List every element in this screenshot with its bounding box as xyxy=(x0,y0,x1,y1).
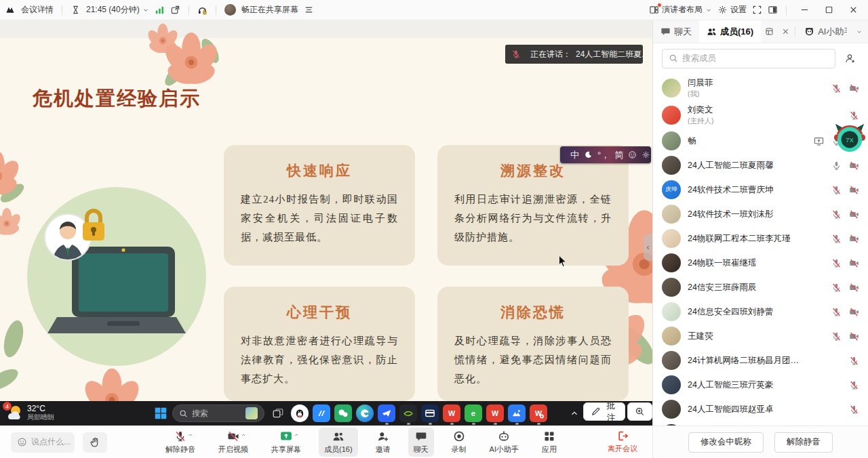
running-indicator xyxy=(385,423,389,425)
ime-mode[interactable]: 中 xyxy=(570,149,579,161)
hourglass-icon xyxy=(71,5,81,15)
cam-off-icon xyxy=(849,83,859,93)
taskbar-app-thunder-mountain[interactable] xyxy=(508,404,526,422)
member-status-icons xyxy=(831,283,859,293)
member-name-group: 24物联一班崔继瑶 xyxy=(688,257,756,269)
control-robot-button[interactable]: AI小助手 xyxy=(484,428,524,457)
popout-panel-button[interactable] xyxy=(761,24,777,40)
taskbar-app-wps[interactable]: W xyxy=(486,404,504,422)
chat-icon xyxy=(415,430,427,442)
member-row[interactable]: 24物联一班崔继瑶 xyxy=(653,251,868,275)
annotate-button[interactable]: 批注 xyxy=(583,402,625,421)
member-status-icons xyxy=(831,307,859,317)
member-row[interactable]: 王建荧 xyxy=(653,324,868,348)
control-people-button[interactable]: 成员(16) xyxy=(319,428,358,457)
member-avatar xyxy=(662,156,681,175)
moon-icon[interactable] xyxy=(584,150,593,159)
close-button[interactable] xyxy=(844,1,863,20)
taskbar-app-task-view[interactable] xyxy=(269,404,287,422)
tray-chevron-up-icon[interactable] xyxy=(570,409,579,418)
taskbar-app-bank-card[interactable] xyxy=(421,404,439,422)
side-panel-toggle-icon[interactable] xyxy=(768,5,778,15)
zoom-in-button[interactable] xyxy=(627,402,652,421)
leave-meeting-button[interactable]: 离开会议 xyxy=(608,430,637,454)
member-row[interactable]: 24信安三班薛雨辰 xyxy=(653,275,868,299)
chevron-up-icon[interactable] xyxy=(294,432,299,438)
member-search-row xyxy=(653,43,868,73)
add-member-button[interactable] xyxy=(842,49,859,67)
unmute-footer-button[interactable]: 解除静音 xyxy=(774,432,833,453)
control-cam-off-button[interactable]: 开启视频 xyxy=(213,428,254,457)
quick-chat-placeholder: 说点什么... xyxy=(31,436,71,448)
member-row[interactable]: 24人工智能四班赵亚卓 xyxy=(653,397,868,421)
ime-punctuation[interactable]: °， xyxy=(597,149,610,161)
member-search-input[interactable] xyxy=(682,54,829,63)
windows-start-button[interactable] xyxy=(153,406,168,421)
chevron-up-icon[interactable] xyxy=(188,432,193,438)
member-name-group: 刘奕文(主持人) xyxy=(688,104,714,126)
meeting-details-button[interactable]: 会议详情 xyxy=(21,4,54,16)
member-name: 24物联一班崔继瑶 xyxy=(688,257,756,269)
tab-chat[interactable]: 聊天 xyxy=(653,20,699,43)
ime-toolbar[interactable]: 中 °， 简 xyxy=(560,146,651,163)
member-row[interactable]: 24计算机网络二班杨昌月团支书 xyxy=(653,348,868,373)
member-row[interactable]: 24人工智能二班夏雨馨 xyxy=(653,153,868,178)
member-row[interactable] xyxy=(653,421,868,425)
raise-hand-button[interactable] xyxy=(83,432,107,453)
control-mic-off-button[interactable]: 解除静音 xyxy=(160,428,201,457)
maximize-button[interactable] xyxy=(819,1,838,20)
layout-switcher-button[interactable]: 演讲者布局 xyxy=(649,4,712,16)
taskbar-app-browser-e[interactable]: e xyxy=(465,404,482,422)
control-share-screen-filled-button[interactable]: 共享屏幕 xyxy=(266,428,307,457)
taskbar-app-wechat[interactable] xyxy=(334,404,352,422)
cam-off-icon xyxy=(849,234,859,244)
member-search-box[interactable] xyxy=(662,49,835,68)
taskbar-app-qq[interactable] xyxy=(291,404,309,422)
ime-charset[interactable]: 简 xyxy=(614,149,623,161)
member-row[interactable]: 24物联网工程本二班李芃瑾 xyxy=(653,226,868,251)
weather-temp: 32°C xyxy=(27,404,54,413)
control-label: 录制 xyxy=(452,444,467,455)
emoji-icon[interactable] xyxy=(628,150,637,159)
weather-widget[interactable]: 4 32°C 局部晴朗 xyxy=(5,404,54,421)
control-record-button[interactable]: 录制 xyxy=(446,428,472,457)
control-chat-button[interactable]: 聊天 xyxy=(408,428,434,457)
member-row[interactable]: 24人工智能三班亓英豪 xyxy=(653,373,868,397)
tab-ai-assistant[interactable]: AI小助手 xyxy=(797,20,847,43)
open-external-icon[interactable] xyxy=(170,5,180,15)
minimize-button[interactable] xyxy=(795,1,814,20)
member-row[interactable]: 庆坤24软件技术二班曹庆坤 xyxy=(653,178,868,202)
member-row[interactable]: 24信息安全四班刘静蕾 xyxy=(653,299,868,324)
member-row[interactable]: 闫晨菲(我) xyxy=(653,75,868,102)
settings-button[interactable]: 设置 xyxy=(717,4,747,16)
taskbar-app-wps-badge[interactable]: W xyxy=(530,404,547,422)
control-invite-button[interactable]: 邀请 xyxy=(370,428,396,457)
fullscreen-icon[interactable] xyxy=(752,5,762,15)
tab-members[interactable]: 成员(16) xyxy=(699,20,761,43)
close-panel-button[interactable] xyxy=(777,24,793,40)
control-apps-button[interactable]: 应用 xyxy=(536,428,562,457)
meeting-timer[interactable]: 21:45 (40分钟) xyxy=(86,4,149,16)
modify-nickname-button[interactable]: 修改会中昵称 xyxy=(688,432,764,453)
smiley-icon xyxy=(17,437,27,447)
taskbar-app-tencent-meeting[interactable] xyxy=(313,404,330,422)
member-avatar xyxy=(662,302,681,321)
panel-collapse-handle[interactable]: ‹ xyxy=(644,234,652,261)
member-avatar xyxy=(662,106,681,125)
tabs-overflow-chevron[interactable] xyxy=(856,26,868,38)
share-details-icon[interactable] xyxy=(304,5,314,15)
taskbar-app-tencent-docs[interactable] xyxy=(378,404,395,422)
member-avatar xyxy=(662,400,681,419)
cam-off-icon xyxy=(849,209,859,220)
taskbar-app-edge[interactable] xyxy=(356,404,374,422)
taskbar-app-wps[interactable]: W xyxy=(443,404,460,422)
quick-chat-input[interactable]: 说点什么... xyxy=(11,432,75,453)
cam-off-icon xyxy=(849,307,859,317)
taskbar-app-nvidia[interactable] xyxy=(399,404,417,422)
magnifier-plus-icon xyxy=(635,407,645,417)
audio-lock-icon[interactable] xyxy=(197,5,208,15)
chevron-up-icon[interactable] xyxy=(241,432,246,438)
taskbar-search[interactable]: 搜索 xyxy=(172,404,264,422)
member-row[interactable]: 24软件技术一班刘沫彤 xyxy=(653,202,868,226)
gear-icon[interactable] xyxy=(642,150,650,159)
